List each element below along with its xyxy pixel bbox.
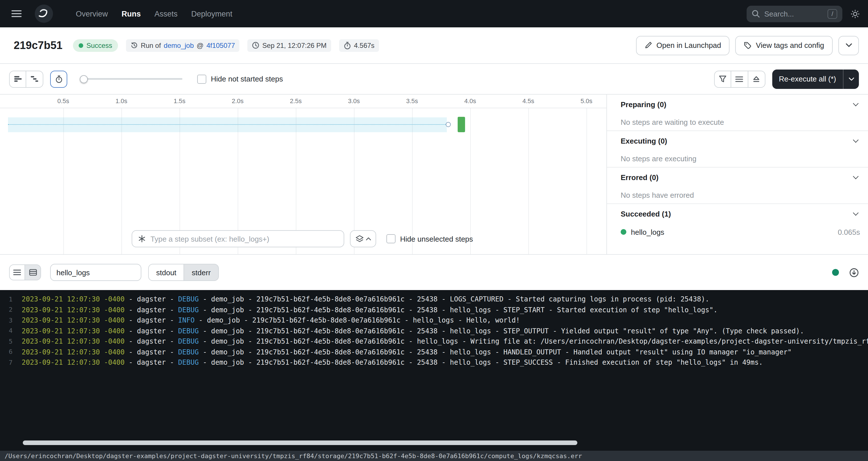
run-actions-dropdown-button[interactable] bbox=[838, 36, 859, 55]
log-level: INFO bbox=[178, 316, 195, 325]
zoom-slider-knob[interactable] bbox=[80, 75, 88, 83]
step-section-empty-text: No steps are executing bbox=[607, 150, 868, 167]
step-section-title: Succeeded (1) bbox=[621, 209, 671, 218]
nav-item-deployment[interactable]: Deployment bbox=[185, 6, 239, 21]
reexecute-all-button[interactable]: Re-execute all (*) bbox=[772, 75, 843, 83]
flat-view-button[interactable] bbox=[9, 70, 26, 88]
hide-unselected-control[interactable]: Hide unselected steps bbox=[386, 234, 473, 243]
tag-icon bbox=[744, 41, 751, 49]
history-icon bbox=[130, 41, 138, 49]
log-source: - dagster - bbox=[125, 359, 178, 367]
run-body: 0.5s1.0s1.5s2.0s2.5s3.0s3.5s4.0s4.5s5.0s… bbox=[0, 95, 868, 255]
io-tabs: stdoutstderr bbox=[148, 264, 219, 281]
axis-tick: 1.5s bbox=[174, 97, 186, 104]
chevron-down-icon bbox=[848, 77, 854, 81]
gantt-view-toggle bbox=[9, 70, 43, 88]
log-step-filter-input[interactable]: hello_logs bbox=[50, 264, 141, 281]
hide-not-started-checkbox[interactable] bbox=[197, 74, 206, 84]
step-subset-input[interactable]: Type a step subset (ex: hello_logs+) bbox=[132, 230, 344, 247]
dagster-logo[interactable] bbox=[34, 4, 54, 23]
log-level: DEBUG bbox=[178, 306, 198, 314]
step-section-header[interactable]: Succeeded (1) bbox=[607, 204, 868, 223]
axis-tick: 5.0s bbox=[581, 97, 592, 104]
gantt-toolbar: Hide not started steps Re-execute all (*… bbox=[0, 64, 868, 95]
log-source: - dagster - bbox=[125, 338, 178, 346]
zoom-slider[interactable] bbox=[80, 75, 182, 83]
run-of-prefix: Run of bbox=[141, 41, 161, 49]
tab-stdout[interactable]: stdout bbox=[148, 264, 184, 281]
download-icon bbox=[849, 268, 859, 277]
step-row[interactable]: hello_logs0.065s bbox=[607, 223, 868, 241]
job-link[interactable]: demo_job bbox=[164, 41, 194, 49]
zoom-slider-track bbox=[80, 78, 182, 80]
panel-toggle-button[interactable] bbox=[748, 70, 765, 88]
gantt-time-axis: 0.5s1.0s1.5s2.0s2.5s3.0s3.5s4.0s4.5s5.0s bbox=[0, 95, 607, 108]
log-level: DEBUG bbox=[178, 296, 198, 303]
open-launchpad-label: Open in Launchpad bbox=[656, 41, 721, 50]
status-dot bbox=[79, 43, 83, 48]
hide-not-started-control[interactable]: Hide not started steps bbox=[197, 74, 283, 84]
step-section-header[interactable]: Preparing (0) bbox=[607, 95, 868, 114]
top-nav: OverviewRunsAssetsDeployment Search... / bbox=[0, 0, 868, 27]
view-tags-button[interactable]: View tags and config bbox=[736, 36, 833, 55]
nav-item-overview[interactable]: Overview bbox=[69, 6, 114, 21]
start-time-tag: Sep 21, 12:07:26 PM bbox=[248, 39, 332, 52]
reexecute-dropdown-button[interactable] bbox=[843, 69, 859, 89]
hamburger-icon bbox=[11, 10, 22, 18]
log-timestamp: 2023-09-21 12:07:30 -0400 bbox=[22, 296, 125, 303]
waterfall-view-button[interactable] bbox=[26, 70, 43, 88]
download-logs-button[interactable] bbox=[849, 268, 859, 277]
dagster-run-page: OverviewRunsAssetsDeployment Search... /… bbox=[0, 0, 868, 461]
log-source: - dagster - bbox=[125, 348, 178, 356]
step-section-empty-text: No steps are waiting to execute bbox=[607, 114, 868, 131]
layers-icon bbox=[355, 235, 363, 243]
clock-icon bbox=[252, 41, 259, 49]
raw-log-view-button[interactable] bbox=[25, 265, 41, 280]
hide-unselected-checkbox[interactable] bbox=[386, 234, 396, 243]
step-section-title: Preparing (0) bbox=[621, 100, 666, 109]
step-section-header[interactable]: Executing (0) bbox=[607, 131, 868, 150]
search-icon bbox=[752, 10, 760, 18]
settings-button[interactable] bbox=[850, 9, 860, 19]
waterfall-view-icon bbox=[30, 75, 39, 83]
nav-item-runs[interactable]: Runs bbox=[116, 6, 147, 21]
log-level: DEBUG bbox=[178, 359, 198, 367]
log-message: - demo_job - 219c7b51-b62f-4e5b-8de8-0e7… bbox=[198, 348, 792, 356]
axis-tick: 3.0s bbox=[348, 97, 360, 104]
chevron-down-icon bbox=[853, 137, 859, 143]
list-icon bbox=[13, 269, 21, 276]
log-line-number: 4 bbox=[0, 327, 12, 335]
rows-icon bbox=[735, 75, 743, 82]
run-header: 219c7b51 Success Run of demo_job @ 4f105… bbox=[0, 27, 868, 64]
log-timestamp: 2023-09-21 12:07:30 -0400 bbox=[22, 306, 125, 314]
timed-view-button[interactable] bbox=[50, 70, 67, 88]
snapshot-link[interactable]: 4f105077 bbox=[206, 41, 235, 49]
status-bar: /Users/erincochran/Desktop/dagster-examp… bbox=[0, 451, 868, 461]
hide-unselected-label: Hide unselected steps bbox=[400, 235, 473, 243]
log-message: - demo_job - 219c7b51-b62f-4e5b-8de8-0e7… bbox=[198, 296, 709, 303]
structured-log-view-button[interactable] bbox=[9, 265, 25, 280]
eject-icon bbox=[752, 75, 760, 82]
tab-stderr[interactable]: stderr bbox=[184, 264, 219, 281]
gantt-step-bar[interactable] bbox=[458, 117, 465, 132]
gear-icon bbox=[850, 9, 860, 19]
status-badge: Success bbox=[73, 39, 118, 52]
log-message: - demo_job - 219c7b51-b62f-4e5b-8de8-0e7… bbox=[195, 316, 520, 325]
search-input[interactable]: Search... / bbox=[747, 5, 842, 22]
menu-button[interactable] bbox=[8, 6, 25, 21]
log-timestamp: 2023-09-21 12:07:30 -0400 bbox=[22, 338, 125, 346]
graph-query-toggle-button[interactable] bbox=[350, 230, 376, 247]
rows-button[interactable] bbox=[731, 70, 748, 88]
step-section-header[interactable]: Errored (0) bbox=[607, 167, 868, 187]
nav-item-assets[interactable]: Assets bbox=[148, 6, 184, 21]
gantt-options-group bbox=[714, 70, 765, 88]
horizontal-scrollbar[interactable] bbox=[23, 440, 577, 445]
filter-button[interactable] bbox=[714, 70, 731, 88]
open-launchpad-button[interactable]: Open in Launchpad bbox=[636, 36, 730, 55]
log-source: - dagster - bbox=[125, 296, 178, 303]
step-start-marker bbox=[446, 122, 451, 127]
status-label: Success bbox=[86, 41, 112, 49]
log-line: 32023-09-21 12:07:30 -0400 - dagster - I… bbox=[0, 315, 868, 326]
step-section-empty-text: No steps have errored bbox=[607, 187, 868, 204]
step-subset-placeholder: Type a step subset (ex: hello_logs+) bbox=[151, 235, 269, 243]
